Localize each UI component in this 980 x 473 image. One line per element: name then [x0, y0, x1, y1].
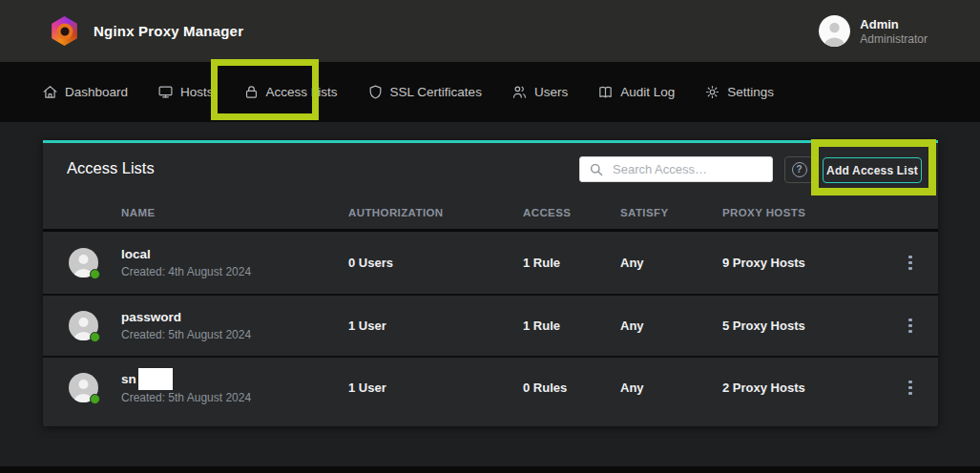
created-date: Created: 5th August 2024: [121, 390, 348, 406]
column-header-access: ACCESS: [523, 207, 620, 218]
nav-item-audit-log[interactable]: Audit Log: [597, 84, 675, 100]
access-list-name: sn: [121, 370, 136, 389]
authorization-value: 1 User: [348, 319, 523, 333]
status-online-dot: [90, 394, 100, 404]
column-header-proxy-hosts: PROXY HOSTS: [722, 207, 883, 218]
avatar: [69, 373, 98, 402]
access-list-name: password: [121, 308, 348, 327]
redaction-box: [138, 368, 173, 390]
proxy-hosts-value: 2 Proxy Hosts: [722, 380, 883, 395]
nav-item-users[interactable]: Users: [511, 84, 568, 100]
book-icon: [597, 84, 614, 100]
search-icon: [589, 162, 604, 181]
shield-icon: [367, 84, 384, 100]
nav-item-settings[interactable]: Settings: [704, 84, 774, 100]
users-icon: [511, 84, 528, 100]
column-header-satisfy: SATISFY: [620, 207, 722, 218]
bottom-strip: [0, 466, 980, 473]
person-icon: [819, 15, 850, 47]
home-icon: [42, 84, 58, 100]
satisfy-value: Any: [620, 319, 722, 333]
app-logo-icon: [50, 16, 79, 46]
table-header: NAME AUTHORIZATION ACCESS SATISFY PROXY …: [43, 196, 938, 232]
help-button[interactable]: ?: [784, 156, 814, 183]
access-value: 1 Rule: [523, 256, 620, 270]
search-box: [579, 156, 773, 182]
lock-icon: [243, 84, 260, 100]
user-role: Administrator: [860, 32, 928, 47]
user-menu[interactable]: Admin Administrator: [819, 15, 928, 47]
created-date: Created: 4th August 2024: [121, 264, 348, 280]
column-header-authorization: AUTHORIZATION: [348, 207, 523, 218]
avatar: [69, 248, 98, 278]
table-row: local Created: 4th August 2024 0 Users 1…: [43, 232, 938, 294]
search-input[interactable]: [579, 156, 773, 182]
add-access-list-button[interactable]: Add Access List: [823, 157, 922, 183]
nav-item-access-lists[interactable]: Access Lists: [243, 84, 338, 100]
help-icon: ?: [792, 162, 807, 177]
nav-item-dashboard[interactable]: Dashboard: [42, 84, 128, 100]
column-header-name: NAME: [121, 207, 348, 218]
row-menu-button[interactable]: [905, 377, 916, 400]
monitor-icon: [157, 84, 174, 100]
proxy-hosts-value: 9 Proxy Hosts: [722, 256, 883, 270]
app-header: Nginx Proxy Manager Admin Administrator: [0, 0, 980, 62]
satisfy-value: Any: [620, 256, 722, 270]
app-title: Nginx Proxy Manager: [94, 23, 243, 39]
access-list-name: local: [121, 245, 348, 264]
created-date: Created: 5th August 2024: [121, 327, 348, 343]
proxy-hosts-value: 5 Proxy Hosts: [722, 319, 883, 333]
panel-header: Access Lists ? Add Access List: [43, 143, 938, 196]
authorization-value: 0 Users: [348, 256, 523, 270]
satisfy-value: Any: [620, 380, 722, 395]
table-row: sn Created: 5th August 2024 1 User 0 Rul…: [43, 356, 938, 418]
avatar: [69, 311, 98, 340]
status-online-dot: [90, 332, 100, 342]
page-title: Access Lists: [67, 159, 155, 177]
main-nav: Dashboard Hosts Access Lists SSL Certifi…: [0, 62, 980, 122]
access-value: 1 Rule: [523, 319, 620, 333]
status-online-dot: [90, 269, 100, 279]
user-avatar: [819, 15, 850, 47]
table-row: password Created: 5th August 2024 1 User…: [43, 294, 938, 356]
nav-item-ssl-certificates[interactable]: SSL Certificates: [367, 84, 482, 100]
row-menu-button[interactable]: [905, 252, 916, 275]
access-value: 0 Rules: [523, 380, 620, 395]
nav-item-hosts[interactable]: Hosts: [157, 84, 214, 100]
gear-icon: [704, 84, 720, 100]
authorization-value: 1 User: [348, 380, 523, 395]
row-menu-button[interactable]: [905, 315, 916, 338]
access-lists-panel: Access Lists ? Add Access List NAME AUTH…: [43, 140, 938, 426]
user-name: Admin: [860, 17, 928, 32]
